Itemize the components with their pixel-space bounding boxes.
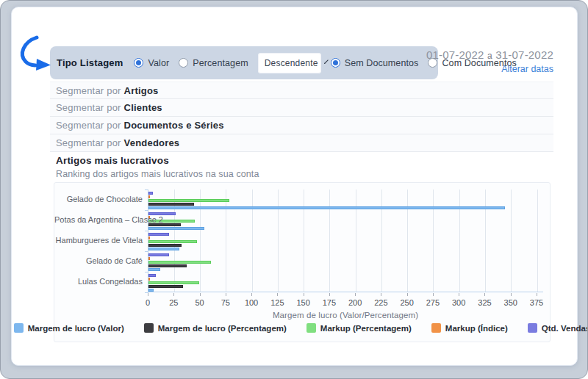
gridline [200, 190, 201, 292]
radio-valor-icon[interactable] [134, 58, 143, 68]
x-axis-tick [433, 293, 434, 296]
bar-markup-percentagem- [148, 281, 199, 284]
legend-item-markup-ndice-[interactable]: Markup (Índice) [431, 323, 508, 333]
gridline [356, 190, 356, 292]
section-name: Vendedores [124, 137, 180, 148]
legend-label: Qtd. Vendas [542, 324, 588, 333]
bar-markup-percentagem- [148, 240, 197, 243]
section-artigos[interactable]: Segmentar porArtigos [50, 82, 553, 99]
profit-chart-panel: Gelado de ChocolatePotas da Argentina – … [54, 182, 551, 342]
x-axis-tick [381, 293, 381, 296]
x-axis-tick [200, 293, 201, 296]
radio-sem-documentos-label[interactable]: Sem Documentos [345, 58, 419, 68]
bar-margem-de-lucro-percentagem- [148, 264, 187, 267]
category-label: Gelado de Café [54, 256, 143, 267]
x-axis-tick [304, 293, 304, 296]
legend-label: Margem de lucro (Valor) [28, 324, 124, 333]
gridline [433, 190, 434, 292]
gridline [485, 190, 486, 292]
x-axis-tick [484, 293, 485, 296]
chart-plot-area [148, 190, 543, 292]
gridline [407, 190, 408, 292]
bar-margem-de-lucro-valor- [148, 206, 505, 209]
gridline [252, 190, 253, 292]
section-clientes[interactable]: Segmentar porClientes [50, 99, 553, 117]
gridline [537, 190, 538, 292]
bar-margem-de-lucro-percentagem- [148, 285, 183, 288]
x-axis-tick [148, 293, 148, 296]
category-label: Gelado de Chocolate [54, 195, 143, 205]
bar-qtd-vendas [148, 192, 153, 195]
x-axis-tick [407, 293, 408, 296]
radio-percentagem-label[interactable]: Percentagem [193, 58, 248, 68]
chart-x-axis-title: Margem de lucro (Valor/Percentagem) [148, 311, 543, 320]
date-start: 01-07-2022 [426, 48, 484, 61]
radio-percentagem-icon[interactable] [179, 58, 188, 68]
bar-margem-de-lucro-percentagem- [148, 244, 182, 247]
x-axis-tick [251, 293, 252, 296]
category-label: Potas da Argentina – Classe 2 [54, 215, 143, 225]
date-range: 01-07-2022 a 31-07-2022 [423, 48, 553, 61]
x-axis-tick [277, 293, 278, 296]
bar-qtd-vendas [148, 212, 176, 215]
bar-markup-ndice- [148, 278, 150, 281]
segment-sections: Segmentar porArtigos Segmentar porClient… [50, 82, 553, 152]
bar-markup-percentagem- [148, 261, 211, 264]
bar-markup-ndice- [148, 195, 150, 198]
section-vendedores[interactable]: Segmentar porVendedores [50, 134, 553, 152]
x-axis-tick [511, 293, 512, 296]
legend-label: Markup (Percentagem) [320, 324, 412, 333]
section-name: Artigos [124, 85, 159, 96]
x-axis-tick [329, 293, 330, 296]
gridline [304, 190, 304, 292]
report-card: Tipo Listagem Valor Percentagem Descende… [11, 7, 578, 366]
radio-valor[interactable]: Valor [134, 58, 169, 68]
bar-margem-de-lucro-percentagem- [148, 203, 194, 206]
date-end: 31-07-2022 [495, 48, 553, 61]
x-axis-tick [459, 293, 459, 296]
section-prefix: Segmentar por [56, 85, 121, 96]
report-subtitle: Ranking dos artigos mais lucrativos na s… [56, 169, 259, 179]
legend-item-margem-de-lucro-percentagem-[interactable]: Margem de lucro (Percentagem) [144, 323, 287, 333]
y-axis-tick [145, 190, 148, 190]
x-axis-tick [537, 293, 537, 296]
category-label: Hamburgueres de Vitela [54, 236, 143, 246]
gridline [511, 190, 512, 292]
bar-margem-de-lucro-valor- [148, 268, 160, 271]
bar-markup-ndice- [148, 237, 150, 239]
change-dates-link[interactable]: Alterar datas [423, 64, 553, 74]
legend-label: Markup (Índice) [445, 324, 508, 333]
y-axis-tick [145, 231, 148, 231]
section-documentos-series[interactable]: Segmentar porDocumentos e Séries [50, 117, 553, 134]
bar-margem-de-lucro-valor- [148, 248, 179, 250]
radio-valor-label[interactable]: Valor [148, 58, 169, 68]
legend-swatch-icon [431, 323, 441, 333]
legend-item-margem-de-lucro-valor-[interactable]: Margem de lucro (Valor) [14, 323, 124, 333]
legend-item-qtd-vendas[interactable]: Qtd. Vendas [528, 323, 588, 333]
bar-qtd-vendas [148, 233, 169, 236]
radio-sem-documentos-icon[interactable] [331, 58, 340, 68]
legend-label: Margem de lucro (Percentagem) [158, 324, 287, 333]
y-axis-tick [145, 272, 148, 272]
chevron-down-icon [324, 59, 329, 64]
bar-qtd-vendas [148, 253, 169, 256]
section-prefix: Segmentar por [56, 137, 121, 148]
x-axis-tick [355, 293, 356, 296]
legend-swatch-icon [528, 323, 537, 333]
gridline [459, 190, 460, 292]
gridline [329, 190, 330, 292]
legend-item-markup-percentagem-[interactable]: Markup (Percentagem) [306, 323, 412, 333]
annotation-arrow-icon [18, 34, 59, 73]
report-title: Artigos mais lucrativos [56, 155, 169, 166]
legend-swatch-icon [144, 323, 154, 333]
section-prefix: Segmentar por [56, 102, 121, 113]
section-name: Documentos e Séries [124, 120, 224, 131]
x-axis-tick-label: 375 [511, 298, 562, 307]
x-axis-tick [226, 293, 226, 296]
x-axis-tick [173, 293, 174, 296]
sort-order-select[interactable]: Descendente [258, 53, 321, 73]
radio-percentagem[interactable]: Percentagem [179, 58, 248, 68]
date-separator: a [487, 51, 492, 61]
listing-options-toolbar: Tipo Listagem Valor Percentagem Descende… [50, 46, 438, 79]
radio-sem-documentos[interactable]: Sem Documentos [331, 58, 419, 68]
